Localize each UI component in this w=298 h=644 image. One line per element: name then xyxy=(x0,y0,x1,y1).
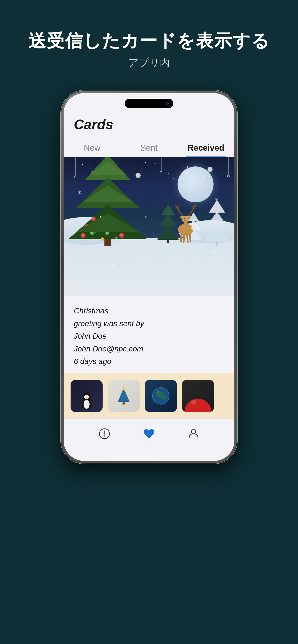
float-snow-9: ❄ xyxy=(212,250,216,256)
svg-point-34 xyxy=(156,392,163,398)
hang-snow-5: ❄ xyxy=(226,174,230,178)
float-snow-10: ❄ xyxy=(110,262,114,268)
camera-dot xyxy=(166,102,169,105)
moon xyxy=(178,166,213,202)
person-icon xyxy=(188,428,199,439)
nav-profile-button[interactable] xyxy=(185,426,202,442)
svg-point-27 xyxy=(88,396,88,396)
hang-string-7 xyxy=(210,157,210,168)
bg-tree-right-1 xyxy=(204,200,230,246)
svg-line-15 xyxy=(181,234,181,242)
dynamic-island xyxy=(125,99,173,108)
tab-new[interactable]: New xyxy=(64,138,120,157)
page-title: 送受信したカードを表示する xyxy=(28,30,270,51)
tree-layer-2 xyxy=(85,157,131,178)
svg-point-35 xyxy=(162,395,167,400)
mini-card-4[interactable] xyxy=(182,380,214,412)
hang-snow-4: ❄ xyxy=(185,171,188,176)
svg-line-11 xyxy=(189,209,194,216)
deer-svg xyxy=(172,202,200,244)
hang-snow-3: ❄ xyxy=(159,169,163,174)
svg-marker-41 xyxy=(104,430,105,434)
hang-string-6 xyxy=(187,157,187,172)
svg-point-6 xyxy=(184,220,186,221)
tab-received[interactable]: Received xyxy=(178,138,234,157)
bottom-cards-strip xyxy=(64,373,234,418)
svg-point-5 xyxy=(184,218,185,219)
svg-point-26 xyxy=(85,396,86,396)
card-image: ❄ ❄ ❄ ❄ ❄ xyxy=(64,157,234,296)
float-snow-7: ● xyxy=(191,187,193,190)
hang-string-5 xyxy=(161,157,162,170)
svg-line-7 xyxy=(178,209,183,216)
ground-snow-dots xyxy=(64,242,234,246)
svg-line-16 xyxy=(184,235,184,242)
svg-point-43 xyxy=(191,430,196,434)
ground xyxy=(64,238,234,296)
tab-sent[interactable]: Sent xyxy=(120,138,177,157)
page-subtitle: アプリ内 xyxy=(28,56,270,70)
compass-icon xyxy=(99,428,110,439)
tree-layer-3 xyxy=(76,178,139,204)
phone-screen: Cards New Sent Received xyxy=(64,93,234,461)
svg-line-17 xyxy=(187,235,188,242)
svg-marker-42 xyxy=(104,434,105,438)
mini-card-2[interactable] xyxy=(108,380,140,412)
svg-point-21 xyxy=(84,400,90,409)
svg-point-37 xyxy=(184,398,211,412)
app-title: Cards xyxy=(74,116,224,132)
card-description: Christmas greeting was sent by John Doe … xyxy=(74,304,224,368)
heart-icon xyxy=(143,428,155,440)
nav-explore-button[interactable] xyxy=(96,426,113,442)
nav-favorites-button[interactable] xyxy=(141,426,157,442)
svg-rect-30 xyxy=(123,402,125,404)
bottom-nav xyxy=(64,418,234,448)
phone-frame: Cards New Sent Received xyxy=(61,90,237,464)
svg-rect-1 xyxy=(184,222,188,230)
page-header: 送受信したカードを表示する アプリ内 xyxy=(28,30,270,70)
float-snow-8: ● xyxy=(178,194,179,196)
card-info: Christmas greeting was sent by John Doe … xyxy=(64,296,234,373)
mini-card-3[interactable] xyxy=(145,380,177,412)
svg-line-10 xyxy=(178,206,179,209)
tabs-bar: New Sent Received xyxy=(64,138,234,157)
page-background: 送受信したカードを表示する アプリ内 Cards New Sent xyxy=(0,0,298,644)
mini-card-1[interactable] xyxy=(71,380,103,412)
tree-snow-3: ❄ xyxy=(115,236,118,241)
svg-point-36 xyxy=(157,390,159,392)
svg-line-18 xyxy=(190,234,191,242)
hang-string-8 xyxy=(228,157,229,174)
